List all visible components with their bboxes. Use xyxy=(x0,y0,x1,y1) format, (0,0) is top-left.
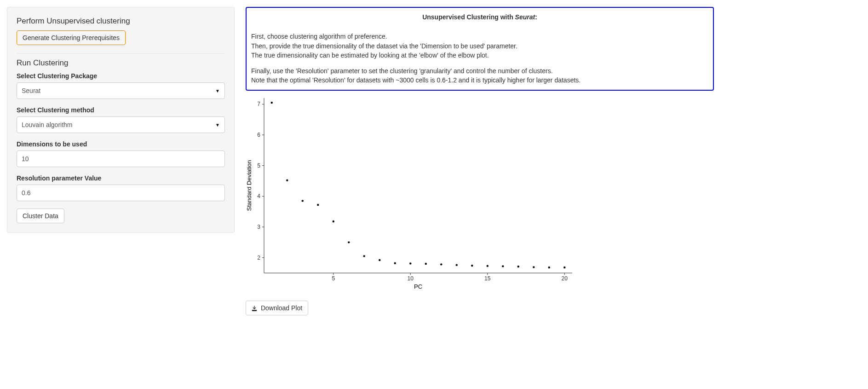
info-line: Finally, use the 'Resolution' parameter … xyxy=(251,66,708,75)
method-label: Select Clustering method xyxy=(17,106,225,114)
info-line: Note that the optimal 'Resolution' for d… xyxy=(251,75,708,85)
info-line: The true dimensionality can be estimated… xyxy=(251,51,708,60)
resolution-label: Resolution parameter Value xyxy=(17,174,225,182)
elbow-plot: 2345675101520PCStandard Deviation xyxy=(246,93,714,291)
download-icon xyxy=(252,306,257,311)
section-run-clustering-title: Run Clustering xyxy=(17,58,225,68)
svg-text:7: 7 xyxy=(257,101,260,107)
svg-text:10: 10 xyxy=(408,275,414,282)
svg-point-38 xyxy=(487,265,489,267)
svg-point-37 xyxy=(471,265,473,267)
clustering-method-select[interactable]: Louvain algorithm ▼ xyxy=(17,116,225,133)
clustering-package-value: Seurat xyxy=(22,87,40,94)
divider xyxy=(17,53,225,54)
svg-text:20: 20 xyxy=(562,275,568,282)
clustering-package-select[interactable]: Seurat ▼ xyxy=(17,82,225,99)
cluster-data-button[interactable]: Cluster Data xyxy=(17,209,64,223)
svg-point-31 xyxy=(379,259,380,261)
svg-point-27 xyxy=(317,204,319,206)
svg-point-40 xyxy=(517,266,519,267)
svg-text:15: 15 xyxy=(484,275,491,282)
download-plot-button[interactable]: Download Plot xyxy=(246,301,308,315)
info-line: Then, provide the true dimensionality of… xyxy=(251,41,708,51)
caret-down-icon: ▼ xyxy=(215,88,220,93)
svg-point-35 xyxy=(440,263,442,265)
svg-point-43 xyxy=(563,267,565,268)
svg-text:6: 6 xyxy=(257,132,260,138)
info-title-pre: Unsupervised Clustering with xyxy=(422,13,515,21)
dimensions-input[interactable] xyxy=(17,151,225,167)
dimensions-label: Dimensions to be used xyxy=(17,140,225,148)
package-label: Select Clustering Package xyxy=(17,72,225,80)
section-unsupervised-title: Perform Unsupervised clustering xyxy=(17,17,225,26)
svg-point-42 xyxy=(548,267,550,268)
svg-text:PC: PC xyxy=(414,283,422,290)
svg-point-24 xyxy=(271,102,273,104)
svg-text:5: 5 xyxy=(257,162,260,168)
info-title-italic: Seurat xyxy=(515,13,535,21)
svg-text:Standard Deviation: Standard Deviation xyxy=(246,160,253,211)
svg-point-28 xyxy=(333,221,334,222)
info-title-post: : xyxy=(535,13,537,21)
svg-text:5: 5 xyxy=(332,275,335,282)
svg-point-32 xyxy=(394,262,396,264)
svg-point-36 xyxy=(456,264,458,266)
svg-point-25 xyxy=(286,179,288,181)
svg-text:2: 2 xyxy=(257,254,260,261)
info-line: First, choose clustering algorithm of pr… xyxy=(251,32,708,41)
svg-point-39 xyxy=(502,265,504,267)
svg-point-29 xyxy=(348,241,350,243)
info-box: Unsupervised Clustering with Seurat: Fir… xyxy=(246,7,714,91)
svg-point-34 xyxy=(425,263,427,265)
svg-text:3: 3 xyxy=(257,224,260,230)
svg-point-41 xyxy=(533,266,535,268)
settings-panel: Perform Unsupervised clustering Generate… xyxy=(7,7,235,233)
resolution-input[interactable] xyxy=(17,185,225,201)
svg-point-33 xyxy=(409,262,411,264)
download-plot-label: Download Plot xyxy=(259,304,302,312)
svg-text:4: 4 xyxy=(257,193,260,199)
clustering-method-value: Louvain algorithm xyxy=(22,121,73,128)
svg-point-30 xyxy=(363,255,365,257)
info-title: Unsupervised Clustering with Seurat: xyxy=(251,12,708,22)
caret-down-icon: ▼ xyxy=(215,122,220,128)
generate-prerequisites-button[interactable]: Generate Clustering Prerequisites xyxy=(17,30,126,45)
svg-point-26 xyxy=(302,200,304,202)
